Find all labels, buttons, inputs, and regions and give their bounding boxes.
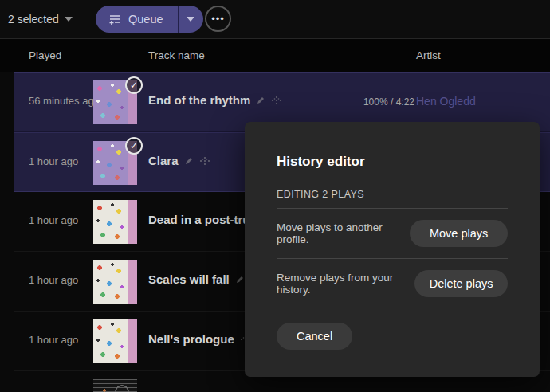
album-art-image [93, 200, 137, 244]
queue-button-label: Queue [128, 13, 163, 25]
album-art-image [93, 379, 137, 392]
dotted-plus-icon[interactable] [271, 96, 282, 105]
edit-pencil-icon[interactable] [235, 275, 245, 284]
track-name-link[interactable]: Nell's prologue [148, 332, 234, 346]
edit-pencil-icon[interactable] [256, 96, 265, 105]
album-art [93, 319, 137, 363]
album-art [93, 200, 137, 244]
track-name-link[interactable]: Scales will fall [148, 272, 230, 286]
edit-pencil-icon[interactable] [184, 156, 194, 166]
ellipsis-icon: ••• [211, 13, 225, 25]
more-actions-button[interactable]: ••• [205, 6, 231, 32]
delete-plays-description: Remove plays from your history. [277, 272, 414, 296]
track-name-link[interactable]: End of the rhythm [148, 93, 250, 107]
played-timestamp: 1 hour ago [29, 334, 78, 346]
move-plays-description: Move plays to another profile. [277, 221, 410, 245]
album-art: ✓ [93, 80, 137, 124]
track-name-link[interactable]: Clara [148, 154, 179, 167]
history-editor-dialog: History editor EDITING 2 PLAYS Move play… [245, 122, 540, 377]
queue-split-button: Queue [96, 6, 203, 33]
column-header-track-name: Track name [148, 49, 205, 61]
chevron-down-icon [65, 17, 73, 22]
played-timestamp: 1 hour ago [29, 155, 78, 167]
editing-count-label: EDITING 2 PLAYS [277, 189, 508, 200]
played-timestamp: 1 hour ago [29, 274, 78, 286]
queue-options-button[interactable] [178, 6, 203, 33]
selected-count-label: 2 selected [8, 13, 59, 25]
table-header: Played Track name Artist [0, 38, 550, 72]
column-header-played: Played [29, 49, 61, 61]
move-plays-button[interactable]: Move plays [410, 220, 508, 247]
selected-check-icon[interactable]: ✓ [125, 76, 143, 94]
played-timestamp: 1 hour ago [29, 214, 78, 226]
dialog-title: History editor [277, 154, 508, 170]
dotted-plus-icon[interactable] [199, 156, 210, 166]
album-art [93, 379, 137, 392]
add-to-queue-icon [108, 14, 122, 25]
delete-plays-button[interactable]: Delete plays [414, 270, 508, 297]
play-progress: 100% / 4:22 [343, 96, 414, 108]
queue-button[interactable]: Queue [96, 6, 178, 33]
album-art-image [93, 260, 137, 304]
selection-toolbar: 2 selected Queue ••• [0, 0, 550, 38]
chevron-down-icon [187, 17, 194, 22]
artist-link[interactable]: Hen Ogledd [416, 95, 476, 108]
album-art: ✓ [93, 141, 137, 185]
selected-check-icon[interactable]: ✓ [125, 137, 143, 155]
cancel-button[interactable]: Cancel [277, 323, 352, 350]
album-art [93, 260, 137, 304]
column-header-artist: Artist [416, 49, 441, 61]
played-timestamp: 56 minutes ago [29, 95, 100, 107]
selected-count-dropdown[interactable]: 2 selected [8, 13, 73, 25]
album-art-image [93, 319, 137, 363]
